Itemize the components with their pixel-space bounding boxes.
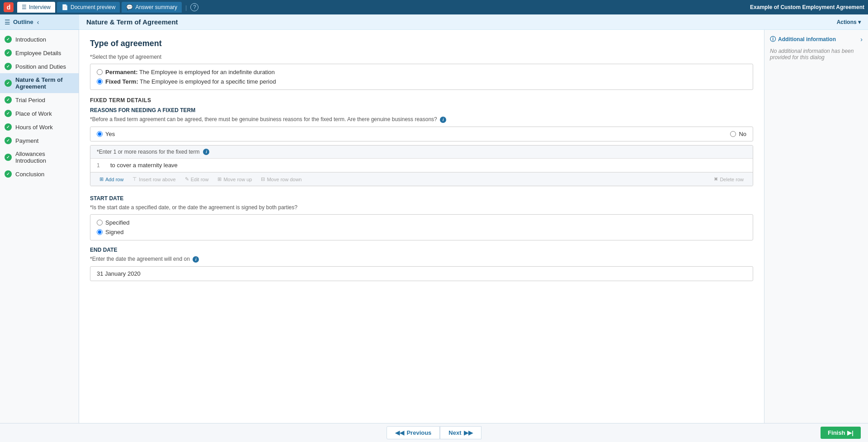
- start-date-section: START DATE *Is the start date a specifie…: [90, 195, 753, 240]
- end-date-heading: END DATE: [90, 247, 753, 253]
- radio-permanent[interactable]: Permanent: The Employee is employed for …: [97, 69, 746, 75]
- edit-row-button[interactable]: ✎ Edit row: [180, 174, 213, 184]
- sidebar-item-position-duties[interactable]: Position and Duties: [0, 60, 79, 73]
- radio-fixed-term[interactable]: Fixed Term: The Employee is employed for…: [97, 78, 746, 85]
- move-row-down-button[interactable]: ⊟ Move row down: [256, 174, 306, 184]
- main-area: Introduction Employee Details Position a…: [0, 30, 868, 423]
- move-down-icon: ⊟: [261, 176, 265, 182]
- sidebar-item-conclusion[interactable]: Conclusion: [0, 167, 79, 181]
- radio-yes-option[interactable]: Yes: [97, 131, 730, 137]
- actions-button[interactable]: Actions ▾: [837, 19, 861, 25]
- insert-row-icon: ⊤: [132, 176, 137, 182]
- outline-bar: ☰ Outline ‹: [0, 14, 79, 30]
- radio-yes-input[interactable]: [97, 131, 103, 137]
- move-row-up-button[interactable]: ⊞ Move row up: [213, 174, 256, 184]
- reasons-info-icon[interactable]: i: [440, 117, 446, 123]
- right-panel: ⓘ Additional information › No additional…: [764, 30, 868, 423]
- sidebar-item-nature-term[interactable]: Nature & Term of Agreement: [0, 73, 79, 93]
- tab-interview[interactable]: ☰ Interview: [17, 2, 55, 13]
- check-introduction: [5, 36, 12, 43]
- content-area: Type of agreement *Select the type of ag…: [79, 30, 764, 423]
- reasons-table-header: *Enter 1 or more reasons for the fixed t…: [90, 146, 753, 159]
- end-date-section: END DATE *Enter the date the agreement w…: [90, 247, 753, 281]
- add-row-button[interactable]: ⊞ Add row: [95, 174, 128, 184]
- add-row-icon: ⊞: [99, 176, 104, 182]
- next-button[interactable]: Next ▶▶: [440, 426, 481, 439]
- radio-no-input[interactable]: [730, 131, 736, 137]
- move-up-icon: ⊞: [217, 176, 222, 182]
- radio-specified-input[interactable]: [97, 220, 103, 226]
- app-title: Example of Custom Employment Agreement: [750, 4, 864, 10]
- radio-fixed-input[interactable]: [97, 79, 103, 85]
- outline-label: Outline: [13, 19, 33, 25]
- answer-summary-icon: 💬: [126, 4, 133, 10]
- check-position-duties: [5, 63, 12, 70]
- end-date-question: *Enter the date the agreement will end o…: [90, 256, 753, 263]
- bottom-bar: ◀◀ Previous Next ▶▶ Finish ▶|: [0, 423, 868, 442]
- finish-button[interactable]: Finish ▶|: [821, 427, 861, 439]
- sidebar-item-trial-period[interactable]: Trial Period: [0, 93, 79, 107]
- sidebar-item-place-of-work[interactable]: Place of Work: [0, 107, 79, 120]
- radio-specified[interactable]: Specified: [97, 219, 746, 226]
- section-title: Type of agreement: [90, 39, 753, 48]
- edit-row-icon: ✎: [185, 176, 189, 182]
- check-place-of-work: [5, 110, 12, 117]
- tab-document-preview[interactable]: 📄 Document preview: [57, 2, 120, 13]
- tab-answer-summary[interactable]: 💬 Answer summary: [122, 2, 182, 13]
- outline-icon: ☰: [5, 19, 10, 26]
- reasons-heading: REASONS FOR NEEDING A FIXED TERM: [90, 107, 753, 113]
- interview-tab-icon: ☰: [22, 4, 27, 10]
- delete-icon: ✖: [714, 176, 718, 182]
- sidebar-item-payment[interactable]: Payment: [0, 134, 79, 147]
- fixed-term-title: FIXED TERM DETAILS: [90, 97, 753, 103]
- additional-info-text: No additional information has been provi…: [770, 48, 863, 61]
- page-title-bar: Nature & Term of Agreement Actions ▾: [79, 14, 868, 30]
- select-label: *Select the type of agreement: [90, 54, 753, 60]
- help-button[interactable]: ?: [190, 3, 198, 11]
- radio-no-option[interactable]: No: [730, 131, 746, 137]
- top-nav: d ☰ Interview 📄 Document preview 💬 Answe…: [0, 0, 868, 14]
- end-date-info-icon[interactable]: i: [193, 256, 199, 263]
- delete-row-button[interactable]: ✖ Delete row: [709, 174, 748, 184]
- app-logo: d: [4, 2, 14, 12]
- agreement-type-box: Permanent: The Employee is employed for …: [90, 64, 753, 90]
- outline-collapse-button[interactable]: ‹: [37, 19, 39, 26]
- yes-no-row: Yes No: [90, 127, 753, 141]
- previous-button[interactable]: ◀◀ Previous: [387, 426, 440, 439]
- nav-divider: |: [185, 4, 187, 11]
- reasons-question: *Before a fixed term agreement can be ag…: [90, 116, 753, 123]
- radio-signed-input[interactable]: [97, 229, 103, 235]
- row-number: 1: [97, 162, 106, 169]
- sidebar-item-employee-details[interactable]: Employee Details: [0, 46, 79, 60]
- document-preview-icon: 📄: [61, 4, 68, 10]
- check-nature-term: [5, 80, 12, 87]
- start-date-heading: START DATE: [90, 195, 753, 202]
- radio-permanent-input[interactable]: [97, 69, 103, 75]
- previous-icon: ◀◀: [395, 429, 404, 436]
- table-row: 1 to cover a maternity leave: [90, 159, 753, 172]
- start-date-question: *Is the start date a specified date, or …: [90, 204, 753, 211]
- check-payment: [5, 137, 12, 144]
- additional-info-title: ⓘ Additional information: [770, 35, 836, 43]
- sidebar-item-hours-of-work[interactable]: Hours of Work: [0, 120, 79, 134]
- insert-row-above-button[interactable]: ⊤ Insert row above: [128, 174, 180, 184]
- finish-icon: ▶|: [847, 429, 854, 436]
- check-hours-of-work: [5, 123, 12, 131]
- info-circle-icon: ⓘ: [770, 35, 776, 43]
- radio-signed[interactable]: Signed: [97, 229, 746, 235]
- reasons-table: *Enter 1 or more reasons for the fixed t…: [90, 145, 753, 186]
- check-employee-details: [5, 49, 12, 56]
- check-conclusion: [5, 170, 12, 178]
- next-icon: ▶▶: [464, 429, 473, 436]
- sub-header-bar: ☰ Outline ‹ Nature & Term of Agreement A…: [0, 14, 868, 30]
- table-info-icon[interactable]: i: [203, 149, 209, 155]
- end-date-value[interactable]: 31 January 2020: [90, 266, 753, 281]
- page-title: Nature & Term of Agreement: [86, 18, 178, 26]
- right-panel-expand-button[interactable]: ›: [860, 36, 863, 43]
- sidebar-item-introduction[interactable]: Introduction: [0, 33, 79, 46]
- check-allowances: [5, 154, 12, 161]
- start-date-options: Specified Signed: [90, 214, 753, 240]
- sidebar: Introduction Employee Details Position a…: [0, 30, 79, 423]
- check-trial-period: [5, 96, 12, 103]
- sidebar-item-allowances[interactable]: Allowances Introduction: [0, 147, 79, 167]
